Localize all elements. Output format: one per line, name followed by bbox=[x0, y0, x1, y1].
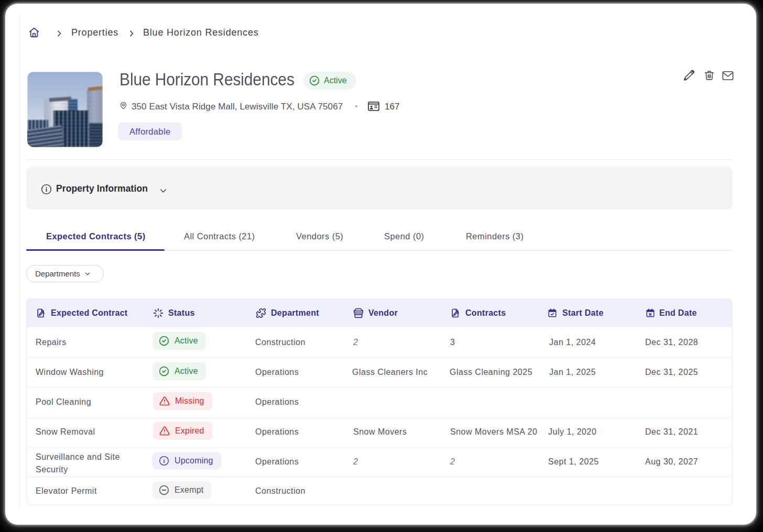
svg-text:i: i bbox=[163, 458, 165, 464]
svg-text:i: i bbox=[46, 186, 48, 193]
